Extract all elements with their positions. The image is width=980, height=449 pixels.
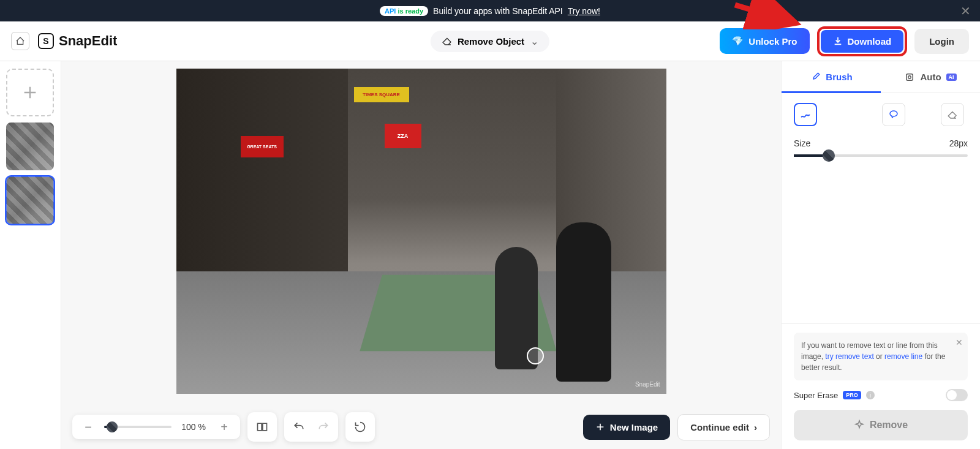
plus-icon [595,422,605,432]
zoom-slider[interactable] [104,426,172,428]
zoom-controls: − 100 % + [72,415,240,439]
svg-rect-2 [263,423,267,431]
chevron-right-icon: › [754,422,757,432]
eraser-icon [947,109,958,120]
zoom-out-button[interactable]: − [80,418,97,436]
sign-times: TIMES SQUARE [354,87,409,102]
zoom-in-button[interactable]: + [216,418,233,436]
logo-text: SnapEdit [59,33,117,49]
download-highlight: Download [817,26,908,56]
undo-icon [293,421,305,433]
canvas-image[interactable]: TIMES SQUARE ZZA GREAT SEATS SnapEdit [176,69,666,394]
new-image-button[interactable]: New Image [583,415,670,440]
back-button[interactable] [11,32,29,50]
pro-badge: PRO [843,391,861,399]
logo[interactable]: S SnapEdit [38,33,117,49]
watermark: SnapEdit [635,381,660,388]
ai-badge: AI [946,74,957,81]
zoom-value: 100 % [179,422,208,432]
sign-seats: GREAT SEATS [241,136,284,157]
continue-edit-button[interactable]: Continue edit › [677,414,770,440]
add-image-button[interactable] [6,69,54,116]
info-icon[interactable]: i [866,391,875,399]
eraser-icon [442,36,453,47]
sparkle-icon [854,420,865,431]
erase-tool[interactable] [941,103,964,126]
download-icon [833,36,843,46]
close-tip-icon[interactable]: ✕ [956,336,963,349]
compare-button[interactable] [252,417,272,437]
reset-button[interactable] [350,417,370,437]
thumbnail-sidebar [0,61,61,449]
brush-tool[interactable] [794,103,817,126]
diamond-icon: 💎 [732,36,744,47]
home-icon [15,36,25,46]
lasso-tool[interactable] [882,103,905,126]
redo-icon [317,421,330,433]
logo-icon: S [38,33,54,49]
remove-line-link[interactable]: remove line [884,352,922,361]
super-erase-toggle[interactable] [946,389,968,401]
lasso-icon [888,109,899,120]
login-button[interactable]: Login [914,29,969,54]
size-label: Size [794,138,810,148]
size-slider[interactable] [794,154,968,157]
banner-text: Build your apps with SnapEdit API [433,6,563,16]
undo-button[interactable] [289,417,309,437]
thumbnail-2[interactable] [6,176,54,224]
download-button[interactable]: Download [821,30,904,53]
tool-label: Remove Object [458,36,524,47]
canvas-area: TIMES SQUARE ZZA GREAT SEATS SnapEdit − … [61,61,781,449]
try-now-link[interactable]: Try now! [568,6,600,16]
unlock-pro-button[interactable]: 💎 Unlock Pro [720,28,809,54]
svg-point-4 [908,75,911,78]
tab-auto[interactable]: Auto AI [881,61,980,92]
redo-button[interactable] [314,417,333,437]
scribble-icon [800,109,811,120]
chevron-down-icon: ⌄ [530,36,538,47]
api-ready-badge: API is ready [380,6,428,16]
remove-text-link[interactable]: try remove text [825,352,873,361]
close-banner-icon[interactable]: ✕ [960,4,971,18]
tab-brush[interactable]: Brush [782,61,881,92]
thumbnail-1[interactable] [6,123,54,170]
reset-icon [354,421,366,433]
svg-point-5 [890,111,897,116]
top-banner: API is ready Build your apps with SnapEd… [0,0,980,21]
plus-icon [21,84,39,101]
remove-button[interactable]: Remove [794,410,968,440]
brush-cursor [527,347,544,364]
auto-icon [904,72,915,83]
svg-rect-1 [258,423,262,431]
svg-rect-3 [907,74,913,80]
sign-pizza: ZZA [385,124,421,148]
right-panel: Brush Auto AI [781,61,980,449]
super-erase-label: Super Erase [794,391,838,400]
header: S SnapEdit Remove Object ⌄ 💎 Unlock Pro … [0,21,980,61]
tool-selector[interactable]: Remove Object ⌄ [431,31,549,52]
size-value: 28px [949,138,968,148]
tip-box: ✕ If you want to remove text or line fro… [794,333,968,380]
bottom-toolbar: − 100 % + [72,412,770,442]
compare-icon [256,421,268,433]
brush-icon [810,72,821,83]
